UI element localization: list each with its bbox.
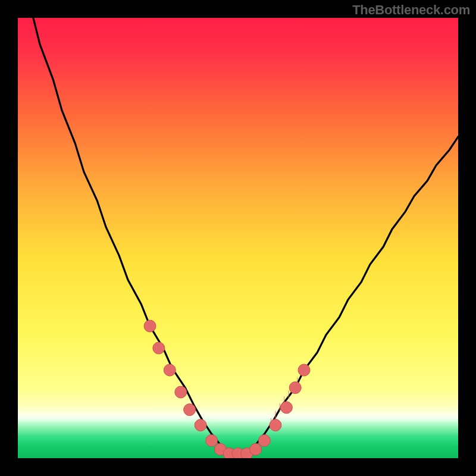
watermark-text: TheBottleneck.com — [352, 2, 470, 18]
data-marker — [206, 434, 218, 446]
data-marker — [184, 404, 196, 416]
data-marker — [250, 443, 262, 455]
data-marker — [175, 386, 187, 398]
data-marker — [195, 419, 206, 431]
data-marker — [280, 402, 292, 414]
data-marker — [144, 320, 156, 332]
data-marker — [298, 364, 310, 376]
plot-area — [18, 18, 458, 458]
background-gradient — [18, 18, 458, 458]
data-marker — [164, 364, 176, 376]
plot-svg — [18, 18, 458, 458]
data-marker — [289, 382, 301, 394]
chart-frame — [0, 0, 476, 476]
data-marker — [153, 342, 165, 354]
data-marker — [258, 434, 270, 446]
